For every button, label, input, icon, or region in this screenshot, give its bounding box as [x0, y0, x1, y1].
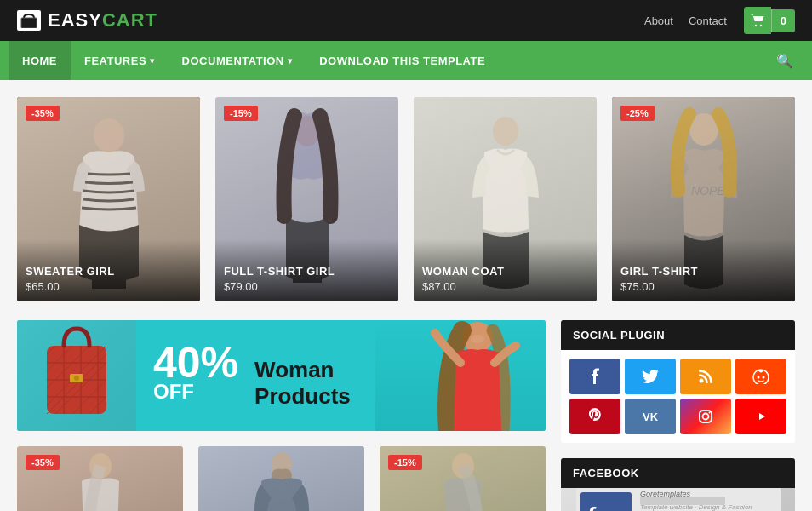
product-name-3: WOMAN COAT — [422, 265, 588, 278]
svg-point-3 — [760, 25, 762, 26]
banner-percent: 40% — [153, 342, 238, 384]
banner-product-text2: Products — [254, 383, 351, 410]
pinterest-icon[interactable] — [569, 399, 620, 434]
discount-badge-4: -25% — [620, 106, 655, 121]
logo-easy: EASY — [48, 9, 102, 31]
instagram-icon[interactable] — [680, 399, 731, 434]
svg-point-35 — [700, 379, 704, 383]
nav-documentation[interactable]: DOCUMENTATION ▾ — [169, 41, 306, 80]
bottom-product-2-img — [198, 446, 364, 511]
right-sidebar: SOCIAL PLUGIN — [561, 320, 795, 511]
product-info-1: SWEATER GIRL $65.00 — [17, 239, 200, 301]
banner-text: 40% OFF Woman Products — [136, 342, 375, 410]
product-card-3[interactable]: WOMAN COAT $87.00 — [414, 97, 597, 301]
facebook-box: FACEBOOK f Goretemplates Template websit… — [561, 458, 795, 511]
banner-bag-area — [17, 320, 136, 431]
cart-icon-wrap — [744, 7, 771, 34]
svg-text:Goretemplates: Goretemplates — [640, 490, 691, 498]
product-price-4: $75.00 — [620, 280, 786, 293]
bottom-product-3[interactable]: -15% — [380, 446, 546, 511]
facebook-preview: f Goretemplates Template website · Desig… — [561, 488, 795, 511]
logo-icon — [17, 10, 41, 31]
banner-product-text: Woman — [254, 357, 351, 383]
svg-rect-0 — [21, 18, 37, 28]
discount-badge-1: -35% — [26, 106, 60, 121]
twitter-icon[interactable] — [625, 359, 676, 394]
product-price-3: $87.00 — [422, 280, 588, 293]
lower-section: 40% OFF Woman Products — [17, 320, 795, 511]
about-link[interactable]: About — [644, 14, 673, 27]
svg-point-2 — [755, 25, 757, 26]
youtube-icon[interactable] — [735, 399, 786, 434]
facebook-icon[interactable] — [569, 359, 620, 394]
social-icons-grid: VK — [561, 350, 795, 443]
nav-features[interactable]: FEATURES ▾ — [71, 41, 169, 80]
vk-icon[interactable]: VK — [625, 399, 676, 434]
svg-text:NOPE: NOPE — [691, 184, 725, 198]
bottom-discount-1: -35% — [26, 455, 60, 470]
header-nav: About Contact — [644, 14, 727, 27]
svg-text:Template website · Design & Fa: Template website · Design & Fashion — [640, 503, 752, 511]
svg-point-41 — [709, 412, 711, 414]
product-price-1: $65.00 — [26, 280, 192, 293]
product-name-1: SWEATER GIRL — [26, 265, 192, 278]
bottom-product-1[interactable]: -35% — [17, 446, 183, 511]
social-plugin-box: SOCIAL PLUGIN — [561, 320, 795, 443]
product-info-2: FULL T-SHIRT GIRL $79.00 — [215, 239, 398, 301]
logo-cart: CART — [102, 9, 157, 31]
rss-icon[interactable] — [680, 359, 731, 394]
bottom-product-2[interactable] — [198, 446, 364, 511]
promo-banner[interactable]: 40% OFF Woman Products — [17, 320, 546, 431]
nav-home[interactable]: HOME — [9, 41, 71, 80]
top-header: EASYCART About Contact 0 — [0, 0, 812, 41]
svg-point-29 — [74, 376, 79, 381]
product-info-4: GIRL T-SHIRT $75.00 — [612, 239, 795, 301]
product-card-2[interactable]: -15% FULL T-SHIRT GIRL $79.00 — [215, 97, 398, 301]
search-icon[interactable]: 🔍 — [766, 53, 803, 69]
svg-point-4 — [94, 118, 124, 152]
product-name-2: FULL T-SHIRT GIRL — [224, 265, 390, 278]
nav-bar: HOME FEATURES ▾ DOCUMENTATION ▾ DOWNLOAD… — [0, 41, 812, 80]
social-plugin-title: SOCIAL PLUGIN — [561, 320, 795, 350]
product-card-4[interactable]: NOPE -25% GIRL T-SHIRT $75.00 — [612, 97, 795, 301]
bottom-product-strip: -35% — [17, 446, 546, 511]
cart-button[interactable]: 0 — [744, 7, 795, 34]
svg-point-37 — [758, 376, 760, 379]
facebook-title: FACEBOOK — [561, 458, 795, 488]
svg-point-31 — [471, 335, 484, 343]
contact-link[interactable]: Contact — [689, 14, 727, 27]
product-grid: -35% SWEATER GIRL $65.00 — [17, 97, 795, 301]
svg-point-38 — [763, 376, 765, 379]
product-info-3: WOMAN COAT $87.00 — [414, 239, 597, 301]
product-name-4: GIRL T-SHIRT — [620, 265, 786, 278]
documentation-chevron-icon: ▾ — [288, 56, 293, 66]
reddit-icon[interactable] — [735, 359, 786, 394]
discount-badge-2: -15% — [224, 106, 258, 121]
cart-count: 0 — [771, 9, 795, 32]
product-card-1[interactable]: -35% SWEATER GIRL $65.00 — [17, 97, 200, 301]
svg-point-8 — [493, 117, 518, 146]
bottom-discount-3: -15% — [388, 455, 422, 470]
features-chevron-icon: ▾ — [150, 56, 155, 66]
nav-download[interactable]: DOWNLOAD THIS TEMPLATE — [306, 41, 499, 80]
left-column: 40% OFF Woman Products — [17, 320, 546, 511]
main-content: -35% SWEATER GIRL $65.00 — [0, 80, 812, 511]
product-price-2: $79.00 — [224, 280, 390, 293]
svg-point-40 — [703, 414, 709, 420]
header-right: About Contact 0 — [644, 7, 795, 34]
banner-woman-area — [375, 320, 546, 431]
logo[interactable]: EASYCART — [17, 9, 157, 32]
